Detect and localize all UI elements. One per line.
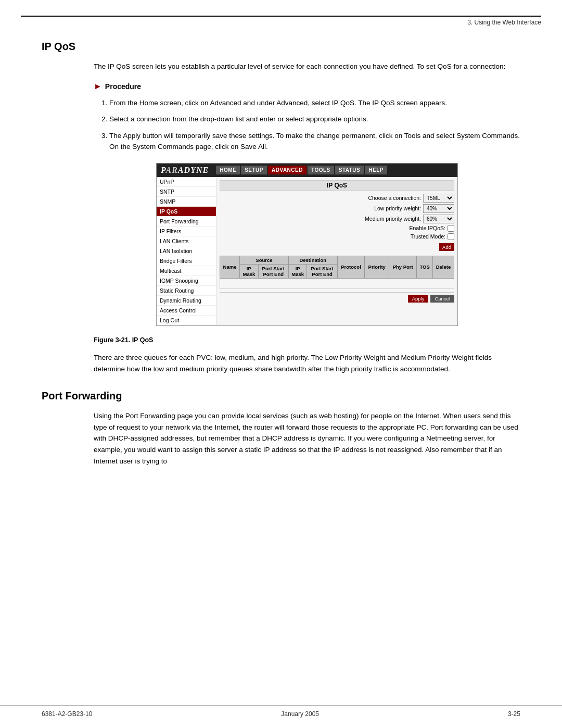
brand-logo: PARADYNE bbox=[161, 166, 209, 175]
col-protocol: Protocol bbox=[337, 256, 365, 278]
sidebar: UPnP SNTP SNMP IP QoS Port Forwarding IP… bbox=[157, 177, 216, 325]
sidebar-lan-isolation[interactable]: LAN Isolation bbox=[157, 246, 216, 256]
footer-left: 6381-A2-GB23-10 bbox=[42, 710, 92, 718]
section2-para: Using the Port Forwarding page you can p… bbox=[94, 410, 520, 467]
connection-select[interactable]: T5ML bbox=[423, 194, 454, 203]
trusted-mode-checkbox[interactable] bbox=[448, 233, 454, 240]
procedure-list: From the Home screen, click on Advanced … bbox=[109, 97, 520, 153]
footer-center: January 2005 bbox=[281, 710, 319, 718]
sidebar-access-control[interactable]: Access Control bbox=[157, 306, 216, 316]
sidebar-sntp[interactable]: SNTP bbox=[157, 187, 216, 197]
low-priority-label: Low priority weight: bbox=[374, 205, 421, 211]
sidebar-lan-clients[interactable]: LAN Clients bbox=[157, 236, 216, 246]
table-empty-row bbox=[220, 278, 454, 288]
trusted-mode-row: Trusted Mode: bbox=[220, 233, 454, 240]
low-priority-row: Low priority weight: 40% bbox=[220, 204, 454, 213]
add-button[interactable]: Add bbox=[439, 243, 454, 251]
sidebar-log-out[interactable]: Log Out bbox=[157, 316, 216, 325]
col-dest-ip: IPMask bbox=[288, 264, 307, 278]
nav-status[interactable]: STATUS bbox=[335, 166, 364, 174]
procedure-arrow: ► bbox=[94, 82, 102, 91]
sidebar-multicast[interactable]: Multicast bbox=[157, 266, 216, 276]
screenshot-body: UPnP SNTP SNMP IP QoS Port Forwarding IP… bbox=[157, 177, 457, 325]
sidebar-port-forwarding[interactable]: Port Forwarding bbox=[157, 217, 216, 227]
apply-button[interactable]: Apply bbox=[408, 295, 429, 303]
enable-ipqos-label: Enable IPQoS: bbox=[410, 225, 445, 231]
medium-priority-row: Medium priority weight: 60% bbox=[220, 215, 454, 223]
col-priority: Priority bbox=[365, 256, 389, 278]
page-footer: 6381-A2-GB23-10 January 2005 3-25 bbox=[0, 706, 562, 718]
section1-title: IP QoS bbox=[42, 41, 520, 53]
nav-bar: PARADYNE HOME SETUP ADVANCED TOOLS STATU… bbox=[157, 164, 457, 177]
section1-intro: The IP QoS screen lets you establish a p… bbox=[94, 61, 520, 72]
sidebar-upnp[interactable]: UPnP bbox=[157, 177, 216, 187]
procedure-step-1: From the Home screen, click on Advanced … bbox=[109, 97, 520, 109]
nav-setup[interactable]: SETUP bbox=[241, 166, 267, 174]
main-panel: IP QoS Choose a connection: T5ML Low pri… bbox=[216, 177, 457, 325]
footer-right: 3-25 bbox=[508, 710, 520, 718]
body-paragraph: There are three queues for each PVC: low… bbox=[94, 352, 520, 374]
section2-title: Port Forwarding bbox=[42, 390, 520, 402]
trusted-mode-label: Trusted Mode: bbox=[411, 233, 445, 240]
sidebar-static-routing[interactable]: Static Routing bbox=[157, 286, 216, 296]
nav-advanced[interactable]: ADVANCED bbox=[268, 166, 306, 174]
procedure-label: Procedure bbox=[105, 82, 141, 91]
sidebar-ip-filters[interactable]: IP Filters bbox=[157, 227, 216, 236]
cancel-button[interactable]: Cancel bbox=[430, 295, 454, 303]
col-source: Source bbox=[240, 256, 289, 264]
medium-priority-label: Medium priority weight: bbox=[365, 216, 421, 222]
qos-table: Name Source Destination Protocol Priorit… bbox=[220, 256, 454, 289]
col-tos: TOS bbox=[417, 256, 433, 278]
procedure-step-3: The Apply button will temporarily save t… bbox=[109, 130, 520, 153]
col-dest-port: Port StartPort End bbox=[307, 264, 337, 278]
nav-home[interactable]: HOME bbox=[216, 166, 240, 174]
enable-ipqos-row: Enable IPQoS: bbox=[220, 225, 454, 232]
bottom-buttons: Apply Cancel bbox=[220, 292, 454, 303]
enable-ipqos-checkbox[interactable] bbox=[448, 225, 454, 232]
sidebar-igmp-snooping[interactable]: IGMP Snooping bbox=[157, 276, 216, 286]
col-source-port: Port StartPort End bbox=[258, 264, 288, 278]
medium-priority-select[interactable]: 60% bbox=[423, 215, 454, 223]
sidebar-bridge-filters[interactable]: Bridge Filters bbox=[157, 256, 216, 266]
screenshot: PARADYNE HOME SETUP ADVANCED TOOLS STATU… bbox=[156, 163, 458, 326]
panel-title: IP QoS bbox=[220, 180, 454, 191]
figure-caption: Figure 3-21. IP QoS bbox=[94, 336, 520, 344]
col-delete: Delete bbox=[432, 256, 454, 278]
sidebar-snmp[interactable]: SNMP bbox=[157, 197, 216, 207]
breadcrumb: 3. Using the Web Interface bbox=[0, 17, 562, 30]
nav-help[interactable]: HELP bbox=[365, 166, 387, 174]
col-destination: Destination bbox=[288, 256, 337, 264]
col-name: Name bbox=[220, 256, 240, 278]
nav-tools[interactable]: TOOLS bbox=[308, 166, 334, 174]
col-phy-port: Phy Port bbox=[389, 256, 417, 278]
procedure-heading: ► Procedure bbox=[94, 82, 520, 91]
sidebar-ipqos[interactable]: IP QoS bbox=[157, 207, 216, 217]
connection-row: Choose a connection: T5ML bbox=[220, 194, 454, 203]
col-source-ip: IPMask bbox=[240, 264, 259, 278]
sidebar-dynamic-routing[interactable]: Dynamic Routing bbox=[157, 296, 216, 306]
low-priority-select[interactable]: 40% bbox=[423, 204, 454, 213]
procedure-step-2: Select a connection from the drop-down l… bbox=[109, 114, 520, 125]
connection-label: Choose a connection: bbox=[368, 195, 421, 201]
